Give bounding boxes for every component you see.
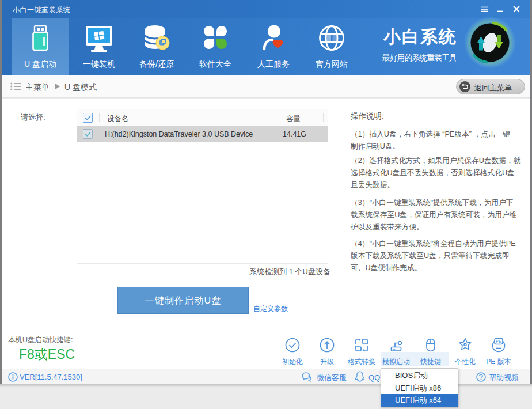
svg-text:PE: PE	[496, 339, 501, 343]
